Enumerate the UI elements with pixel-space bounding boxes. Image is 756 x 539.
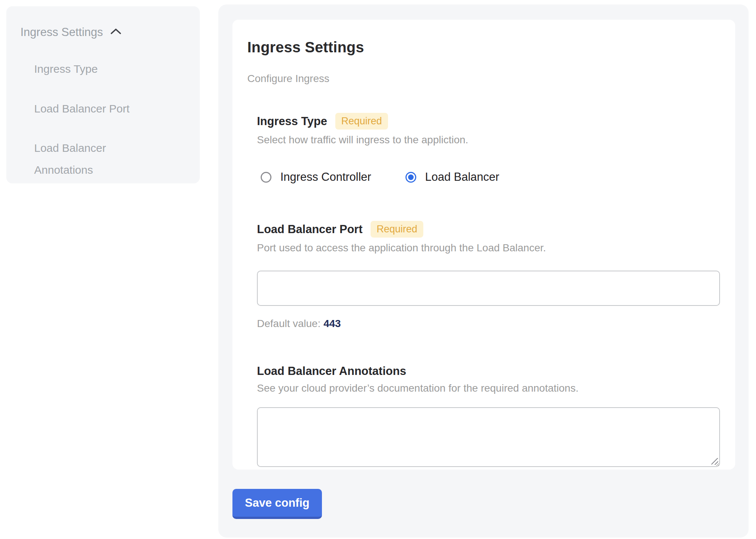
chevron-up-icon <box>110 26 122 39</box>
sidebar-item-load-balancer-port[interactable]: Load Balancer Port <box>34 98 146 120</box>
required-badge: Required <box>335 113 388 130</box>
section-ingress-type: Ingress Type Required Select how traffic… <box>257 113 723 184</box>
load-balancer-port-input[interactable] <box>257 271 720 306</box>
section-load-balancer-annotations: Load Balancer Annotations See your cloud… <box>257 365 723 467</box>
radio-label-load-balancer: Load Balancer <box>425 170 499 184</box>
sidebar-section-ingress-settings[interactable]: Ingress Settings <box>20 26 189 39</box>
settings-sidebar: Ingress Settings Ingress Type Load Balan… <box>6 6 200 183</box>
main-panel: Ingress Settings Configure Ingress Ingre… <box>218 4 749 538</box>
ingress-settings-card: Ingress Settings Configure Ingress Ingre… <box>232 20 735 470</box>
default-value-number: 443 <box>323 318 341 329</box>
radio-unselected-icon[interactable] <box>261 172 271 183</box>
sidebar-item-list: Ingress Type Load Balancer Port Load Bal… <box>34 58 189 181</box>
lb-annotations-label: Load Balancer Annotations <box>257 365 406 378</box>
ingress-type-label: Ingress Type <box>257 115 327 128</box>
default-value-line: Default value:443 <box>257 318 723 330</box>
radio-option-ingress-controller[interactable]: Ingress Controller <box>261 170 371 184</box>
radio-option-load-balancer[interactable]: Load Balancer <box>405 170 499 184</box>
save-row: Save config <box>232 489 749 519</box>
ingress-type-radio-group: Ingress Controller Load Balancer <box>261 170 723 184</box>
default-value-label: Default value: <box>257 318 320 329</box>
page-title: Ingress Settings <box>247 39 723 56</box>
section-load-balancer-port: Load Balancer Port Required Port used to… <box>257 221 723 330</box>
lb-port-label: Load Balancer Port <box>257 223 362 236</box>
lb-port-description: Port used to access the application thro… <box>257 242 723 254</box>
sidebar-item-load-balancer-annotations[interactable]: Load Balancer Annotations <box>34 137 146 181</box>
radio-selected-icon[interactable] <box>405 172 416 183</box>
sidebar-section-title: Ingress Settings <box>20 26 103 39</box>
save-config-button[interactable]: Save config <box>232 489 322 519</box>
load-balancer-annotations-textarea[interactable] <box>257 407 720 467</box>
page-subtitle: Configure Ingress <box>247 73 723 85</box>
lb-annotations-description: See your cloud provider’s documentation … <box>257 382 723 394</box>
required-badge: Required <box>371 221 423 238</box>
ingress-type-description: Select how traffic will ingress to the a… <box>257 134 723 146</box>
sidebar-item-ingress-type[interactable]: Ingress Type <box>34 58 146 80</box>
radio-label-ingress-controller: Ingress Controller <box>280 170 371 184</box>
